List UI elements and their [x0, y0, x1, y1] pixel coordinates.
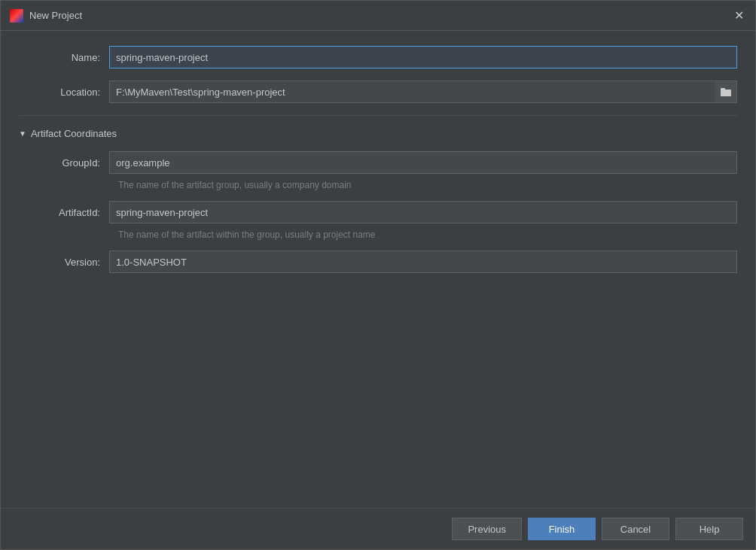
help-button[interactable]: Help [675, 518, 743, 540]
dialog-content: Name: Location: ▼ Artifact Coordinate [1, 31, 755, 508]
location-row: Location: [19, 81, 737, 103]
chevron-down-icon: ▼ [19, 129, 26, 138]
dialog-title: New Project [29, 10, 82, 21]
name-label: Name: [19, 52, 109, 63]
groupid-label: GroupId: [19, 157, 109, 169]
footer: Previous Finish Cancel Help [1, 508, 755, 549]
close-button[interactable]: ✕ [731, 8, 746, 23]
browse-button[interactable] [715, 81, 737, 103]
title-bar: New Project ✕ [1, 1, 755, 31]
location-input[interactable] [109, 81, 715, 103]
location-input-group [109, 81, 737, 103]
section-label: Artifact Coordinates [31, 128, 117, 139]
cancel-button[interactable]: Cancel [602, 518, 669, 540]
artifactid-row: ArtifactId: [19, 201, 737, 223]
version-input[interactable] [109, 251, 737, 273]
groupid-input[interactable] [109, 151, 737, 174]
svg-rect-0 [721, 90, 731, 96]
app-logo-icon [10, 9, 23, 23]
location-label: Location: [19, 87, 109, 98]
name-input[interactable] [109, 46, 737, 68]
name-row: Name: [19, 46, 737, 68]
artifactid-input[interactable] [109, 201, 737, 223]
version-row: Version: [19, 251, 737, 273]
section-toggle[interactable]: ▼ Artifact Coordinates [19, 128, 117, 139]
artifactid-hint: The name of the artifact within the grou… [118, 229, 737, 240]
new-project-dialog: New Project ✕ Name: Location: [0, 0, 756, 550]
svg-rect-1 [721, 88, 725, 90]
version-label: Version: [19, 257, 109, 268]
finish-button[interactable]: Finish [528, 518, 596, 540]
groupid-row: GroupId: [19, 151, 737, 174]
title-bar-left: New Project [10, 9, 82, 23]
folder-icon [721, 87, 731, 96]
section-header: ▼ Artifact Coordinates [19, 128, 737, 139]
artifactid-label: ArtifactId: [19, 207, 109, 218]
groupid-hint: The name of the artifact group, usually … [118, 180, 737, 190]
previous-button[interactable]: Previous [452, 518, 522, 540]
divider [19, 115, 737, 116]
